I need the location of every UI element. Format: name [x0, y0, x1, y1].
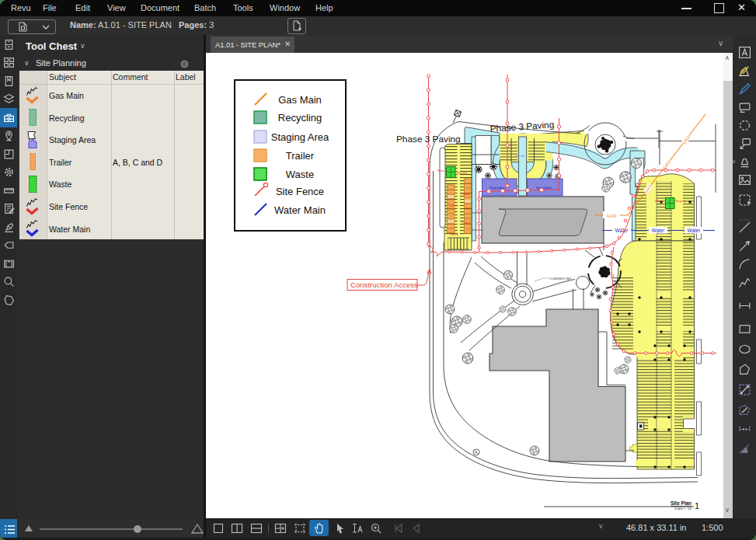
svg-text:Recycling: Recycling: [278, 112, 322, 124]
svg-text:Water: Water: [688, 228, 702, 233]
svg-text:GAS: GAS: [607, 214, 617, 218]
svg-text:Waste: Waste: [286, 169, 314, 180]
svg-text:1: 1: [695, 501, 699, 510]
svg-text:SCALE 1 : 500: SCALE 1 : 500: [674, 507, 692, 510]
svg-text:Water: Water: [652, 228, 666, 233]
svg-text:Phase 3 Paving: Phase 3 Paving: [396, 134, 461, 145]
svg-text:258 sqft: 258 sqft: [515, 155, 524, 158]
svg-text:Gas Main: Gas Main: [278, 94, 322, 106]
svg-text:Staging Area: Staging Area: [489, 186, 506, 190]
svg-text:Water Main: Water Main: [274, 204, 326, 216]
svg-text:Staging Area: Staging Area: [271, 131, 329, 143]
svg-text:Trailer B: Trailer B: [460, 193, 469, 196]
svg-text:Construction Access: Construction Access: [350, 280, 418, 289]
svg-text:Recycling: Recycling: [675, 200, 686, 203]
svg-text:Site Plan: Site Plan: [671, 500, 692, 506]
svg-text:Trailer C: Trailer C: [462, 221, 472, 225]
svg-text:Site Fence: Site Fence: [276, 186, 324, 197]
svg-text:Waste: Waste: [655, 200, 662, 203]
svg-text:Waste: Waste: [437, 169, 444, 172]
svg-text:TULAMEADE SAID: TULAMEADE SAID: [549, 277, 572, 280]
svg-text:Recycling: Recycling: [457, 172, 468, 175]
svg-text:Trailer: Trailer: [286, 150, 315, 162]
svg-text:Staging Area: Staging Area: [536, 186, 552, 190]
svg-text:Trailer A: Trailer A: [449, 233, 459, 236]
svg-text:Trailer E: Trailer E: [448, 204, 458, 207]
